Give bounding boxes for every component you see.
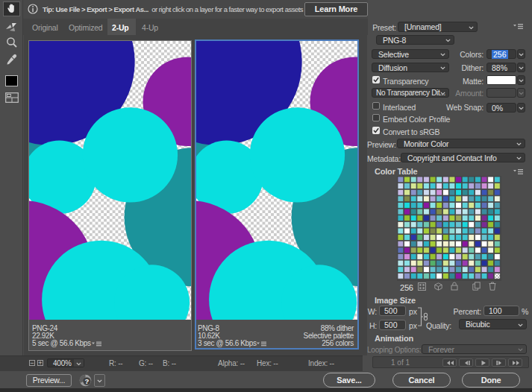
svg-text:?: ? (85, 377, 90, 385)
